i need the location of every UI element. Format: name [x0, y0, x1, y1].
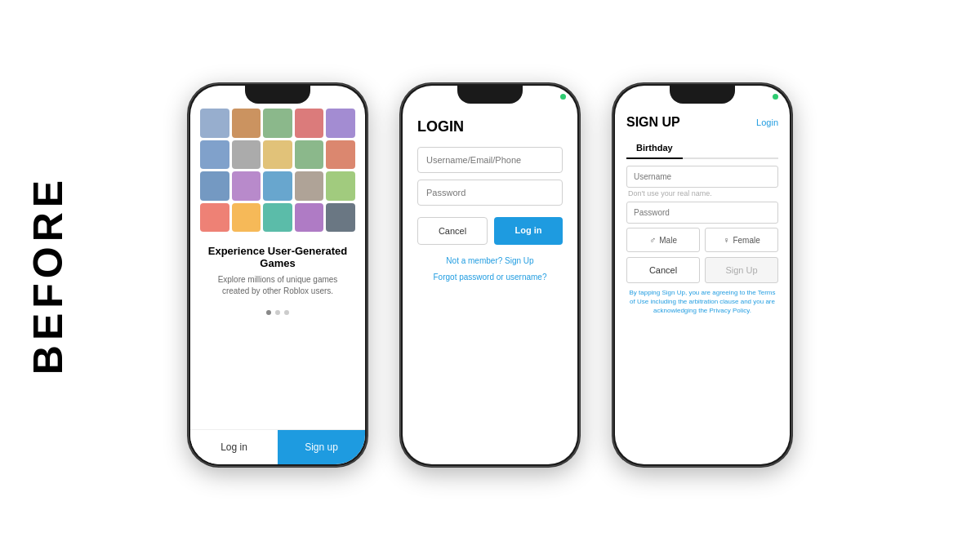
login-links: Not a member? Sign Up Forgot password or… [417, 256, 563, 283]
game-thumb [200, 203, 229, 233]
username-email-phone-input[interactable] [417, 147, 563, 173]
signup-tabs: Birthday [626, 138, 778, 159]
username-hint: Don't use your real name. [626, 189, 778, 197]
game-thumb [326, 109, 355, 138]
female-icon: ♀ [723, 235, 729, 245]
password-input[interactable] [417, 180, 563, 206]
splash-desc: Explore millions of unique games created… [207, 274, 349, 297]
cancel-button[interactable]: Cancel [417, 217, 488, 245]
signup-login-link[interactable]: Login [756, 118, 778, 127]
signup-header: SIGN UP Login [626, 115, 778, 130]
tab-birthday[interactable]: Birthday [626, 138, 683, 159]
forgot-password-link[interactable]: Forgot password or username? [434, 273, 547, 282]
game-thumb [200, 140, 229, 170]
signup-password-input[interactable] [626, 202, 778, 224]
privacy-policy-link[interactable]: Privacy Policy [710, 307, 750, 314]
male-button[interactable]: ♂ Male [626, 228, 700, 252]
sign-up-link[interactable]: Sign Up [505, 256, 534, 265]
splash-text: Experience User-Generated Games Explore … [190, 232, 365, 304]
signup-title: SIGN UP [626, 115, 680, 130]
signup-terms: By tapping Sign Up, you are agreeing to … [626, 288, 778, 316]
dot-3 [284, 310, 289, 315]
game-thumb [295, 109, 324, 138]
dot-2 [275, 310, 280, 315]
scene: BEFORE [0, 0, 980, 550]
game-thumb [295, 203, 324, 233]
game-thumb [326, 171, 355, 201]
game-thumb [263, 171, 292, 201]
phone-signup: SIGN UP Login Birthday Don't use your re… [612, 83, 792, 467]
game-thumb [263, 140, 292, 170]
username-input[interactable] [626, 166, 778, 188]
game-thumb [232, 203, 261, 233]
male-label: Male [659, 236, 677, 245]
before-label: BEFORE [24, 175, 72, 375]
notch-2 [457, 86, 523, 104]
game-thumb [263, 203, 292, 233]
game-thumb [263, 109, 292, 138]
game-thumb [326, 203, 355, 233]
login-tab-btn[interactable]: Log in [190, 430, 278, 464]
phone-login: LOGIN Cancel Log in Not a member? Sign U… [400, 83, 580, 467]
female-label: Female [733, 236, 760, 245]
gender-row: ♂ Male ♀ Female [626, 228, 778, 252]
notch-3 [670, 86, 735, 104]
male-icon: ♂ [649, 235, 656, 245]
game-thumb [200, 109, 229, 138]
login-title: LOGIN [417, 118, 563, 135]
login-button[interactable]: Log in [494, 217, 563, 245]
dot-1 [266, 310, 271, 315]
not-member-text: Not a member? Sign Up [417, 256, 563, 265]
phone1-bottom-nav: Log in Sign up [190, 429, 365, 464]
game-thumb [232, 140, 261, 170]
female-button[interactable]: ♀ Female [705, 228, 778, 252]
splash-title: Experience User-Generated Games [207, 245, 349, 269]
status-dot-2 [560, 94, 566, 100]
games-grid [190, 86, 365, 232]
signup-submit-button[interactable]: Sign Up [705, 257, 778, 283]
page-dots [190, 304, 365, 318]
game-thumb [200, 171, 229, 201]
phone-welcome: Experience User-Generated Games Explore … [188, 83, 368, 467]
notch-1 [245, 86, 310, 104]
signup-cancel-button[interactable]: Cancel [626, 257, 700, 283]
signup-bottom-buttons: Cancel Sign Up [626, 257, 778, 283]
game-thumb [232, 109, 261, 138]
game-thumb [295, 171, 324, 201]
game-thumb [295, 140, 324, 170]
status-dot-3 [773, 94, 778, 100]
login-buttons: Cancel Log in [417, 217, 563, 245]
signup-tab-btn[interactable]: Sign up [278, 430, 365, 464]
game-thumb [326, 140, 355, 170]
game-thumb [232, 171, 261, 201]
